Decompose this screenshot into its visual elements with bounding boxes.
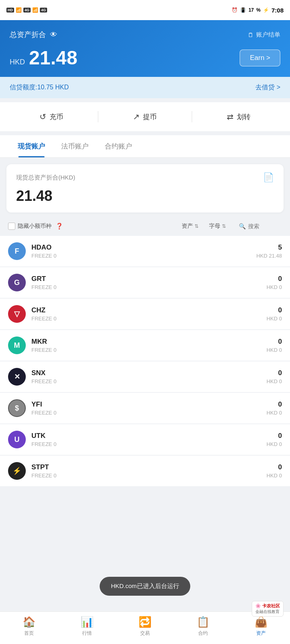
coin-item-hdao[interactable]: F HDAO FREEZE 0 5 HKD 21.48 xyxy=(0,236,290,266)
coin-hkd-stpt: HKD 0 xyxy=(267,473,282,479)
coin-name-hdao: HDAO xyxy=(31,244,251,252)
bottom-nav: 🏠 首页 📊 行情 🔁 交易 📋 合约 👜 资产 xyxy=(0,611,290,644)
coin-amount-hdao: 5 xyxy=(256,244,282,252)
market-icon: 📊 xyxy=(81,616,93,628)
account-statement-btn[interactable]: 🗒 账户结单 xyxy=(248,31,280,39)
eye-icon[interactable]: 👁 xyxy=(50,31,57,39)
withdraw-button[interactable]: ↗ 提币 xyxy=(98,109,191,124)
tab-contract[interactable]: 合约账户 xyxy=(97,135,140,157)
coin-logo-grt: G xyxy=(8,274,26,291)
nav-assets[interactable]: 👜 资产 xyxy=(232,616,290,637)
coin-freeze-snx: FREEZE 0 xyxy=(31,378,261,384)
statement-icon: 🗒 xyxy=(248,31,254,38)
tab-fiat[interactable]: 法币账户 xyxy=(53,135,97,157)
deposit-label: 充币 xyxy=(50,112,63,122)
coin-name-stpt: STPT xyxy=(31,463,261,471)
coin-item-utk[interactable]: U UTK FREEZE 0 0 HKD 0 xyxy=(0,424,290,455)
trade-label: 交易 xyxy=(140,630,150,637)
coin-values-chz: 0 HKD 0 xyxy=(267,306,282,322)
coin-logo-stpt: ⚡ xyxy=(8,462,26,480)
sort-asset-arrows: ⇅ xyxy=(195,223,199,229)
coin-values-yfi: 0 HKD 0 xyxy=(267,400,282,416)
coin-logo-hdao: F xyxy=(8,242,26,260)
status-left: HD 📶 4G 📶 4G xyxy=(6,7,47,13)
balance-currency: HKD xyxy=(10,58,25,66)
sort-asset-button[interactable]: 资产 ⇅ xyxy=(178,221,202,231)
watermark: 🌸 卡农社区 金融在线教育 xyxy=(252,601,284,617)
help-icon[interactable]: ❓ xyxy=(56,223,63,230)
contract-label: 合约 xyxy=(198,630,208,637)
coin-logo-snx: ✕ xyxy=(8,368,26,386)
hide-small-label: 隐藏小额币种 xyxy=(18,223,52,230)
status-right: ⏰ 📳 17% ⚡ 7:08 xyxy=(232,7,284,14)
coin-info-hdao: HDAO FREEZE 0 xyxy=(31,244,251,259)
coin-values-snx: 0 HKD 0 xyxy=(267,369,282,384)
nav-trade[interactable]: 🔁 交易 xyxy=(116,616,174,637)
credit-section: 信贷额度:10.75 HKD 去借贷 > xyxy=(0,77,290,98)
coin-name-chz: CHZ xyxy=(31,306,261,314)
search-icon: 🔍 xyxy=(239,223,246,229)
coin-item-stpt[interactable]: ⚡ STPT FREEZE 0 0 HKD 0 xyxy=(0,456,290,486)
coin-freeze-stpt: FREEZE 0 xyxy=(31,473,261,479)
coin-name-grt: GRT xyxy=(31,275,261,283)
sort-alpha-button[interactable]: 字母 ⇅ xyxy=(206,221,229,231)
coin-logo-utk: U xyxy=(8,431,26,448)
coin-amount-utk: 0 xyxy=(267,432,282,440)
coin-hkd-yfi: HKD 0 xyxy=(267,410,282,416)
withdraw-label: 提币 xyxy=(143,112,157,122)
nav-home[interactable]: 🏠 首页 xyxy=(0,616,58,637)
coin-name-yfi: YFI xyxy=(31,400,261,409)
coin-info-utk: UTK FREEZE 0 xyxy=(31,432,261,447)
coin-logo-chz: ▽ xyxy=(8,305,26,323)
coin-info-grt: GRT FREEZE 0 xyxy=(31,275,261,290)
coin-name-utk: UTK xyxy=(31,432,261,440)
header-title: 总资产折合 xyxy=(10,30,46,39)
coin-values-utk: 0 HKD 0 xyxy=(267,432,282,447)
coin-amount-yfi: 0 xyxy=(267,400,282,409)
coin-amount-chz: 0 xyxy=(267,306,282,314)
coin-hkd-snx: HKD 0 xyxy=(267,378,282,384)
coin-info-chz: CHZ FREEZE 0 xyxy=(31,306,261,322)
deposit-button[interactable]: ↺ 充币 xyxy=(5,109,98,124)
contract-icon: 📋 xyxy=(197,616,209,628)
coin-hkd-grt: HKD 0 xyxy=(267,284,282,290)
coin-name-snx: SNX xyxy=(31,369,261,377)
tab-spot[interactable]: 现货账户 xyxy=(10,135,53,157)
borrow-link[interactable]: 去借贷 > xyxy=(255,83,280,92)
toast-notification: HKD.com已进入后台运行 xyxy=(99,577,190,596)
export-icon[interactable]: 📄 xyxy=(263,172,274,183)
home-icon: 🏠 xyxy=(23,616,35,628)
nav-contract[interactable]: 📋 合约 xyxy=(174,616,232,637)
coin-item-chz[interactable]: ▽ CHZ FREEZE 0 0 HKD 0 xyxy=(0,299,290,329)
transfer-button[interactable]: ⇄ 划转 xyxy=(192,109,285,124)
coin-values-stpt: 0 HKD 0 xyxy=(267,463,282,479)
spot-card-value: 21.48 xyxy=(16,188,274,204)
checkbox[interactable] xyxy=(8,223,15,230)
sort-alpha-label: 字母 xyxy=(209,223,220,230)
battery-level: 17 xyxy=(249,7,254,13)
assets-label: 资产 xyxy=(256,630,266,637)
coin-item-grt[interactable]: G GRT FREEZE 0 0 HKD 0 xyxy=(0,267,290,298)
credit-label: 信贷额度:10.75 HKD xyxy=(10,83,69,92)
coin-item-yfi[interactable]: $ YFI FREEZE 0 0 HKD 0 xyxy=(0,393,290,423)
nfc-icon: 📳 xyxy=(240,7,246,13)
withdraw-icon: ↗ xyxy=(133,112,140,122)
coin-freeze-mkr: FREEZE 0 xyxy=(31,347,261,353)
deposit-icon: ↺ xyxy=(39,112,46,122)
coin-item-mkr[interactable]: M MKR FREEZE 0 0 HKD 0 xyxy=(0,330,290,361)
coin-freeze-yfi: FREEZE 0 xyxy=(31,410,261,416)
search-input[interactable] xyxy=(248,223,276,229)
earn-button[interactable]: Earn > xyxy=(240,50,280,66)
coin-amount-stpt: 0 xyxy=(267,463,282,471)
coin-logo-yfi: $ xyxy=(8,399,26,417)
coin-info-mkr: MKR FREEZE 0 xyxy=(31,338,261,353)
hide-small-toggle[interactable]: 隐藏小额币种 xyxy=(8,223,52,230)
coin-freeze-chz: FREEZE 0 xyxy=(31,316,261,322)
coin-info-stpt: STPT FREEZE 0 xyxy=(31,463,261,479)
nav-market[interactable]: 📊 行情 xyxy=(58,616,116,637)
sort-asset-label: 资产 xyxy=(182,223,193,230)
filter-row: 隐藏小额币种 ❓ 资产 ⇅ 字母 ⇅ 🔍 xyxy=(0,217,290,236)
time-display: 7:08 xyxy=(271,7,284,14)
coin-item-snx[interactable]: ✕ SNX FREEZE 0 0 HKD 0 xyxy=(0,361,290,392)
charging-icon: ⚡ xyxy=(263,7,269,13)
